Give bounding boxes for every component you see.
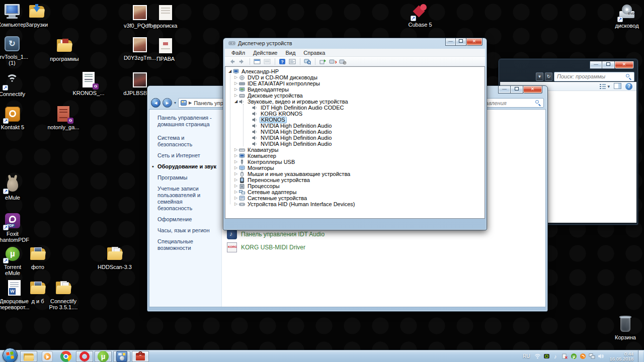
sidebar-item-1[interactable]: Система и безопасность bbox=[157, 135, 217, 148]
help-button[interactable]: ? bbox=[625, 83, 632, 90]
tree-item-label[interactable]: KRONOS bbox=[260, 117, 287, 123]
expand-icon[interactable]: ▷ bbox=[233, 165, 238, 170]
back-button[interactable] bbox=[228, 58, 236, 65]
tree-item-label[interactable]: NVIDIA High Definition Audio bbox=[260, 141, 333, 147]
tree-item-5[interactable]: ◢Звуковые, видео и игровые устройства bbox=[226, 99, 484, 105]
tree-item-label[interactable]: Контроллеры USB bbox=[247, 159, 296, 165]
tree-item-label[interactable]: Мониторы bbox=[247, 165, 275, 171]
tree-item-label[interactable]: Системные устройства bbox=[247, 196, 308, 201]
search-icon[interactable] bbox=[626, 74, 631, 79]
forward-button[interactable] bbox=[238, 58, 247, 65]
desktop-icon-korzina[interactable]: Корзина bbox=[604, 316, 644, 340]
tree-item-label[interactable]: Устройства HID (Human Interface Devices) bbox=[247, 202, 356, 207]
tree-item-8[interactable]: KRONOS bbox=[226, 117, 484, 123]
help-button[interactable]: ? bbox=[278, 58, 287, 65]
uninstall-device-button[interactable]: ✕ bbox=[329, 58, 337, 65]
menu-вид[interactable]: Вид bbox=[282, 49, 299, 56]
expand-icon[interactable]: ▷ bbox=[233, 196, 238, 201]
minimize-button[interactable]: — bbox=[590, 61, 602, 69]
expand-icon[interactable]: ▷ bbox=[233, 202, 238, 207]
tree-item-16[interactable]: ▷Мониторы bbox=[226, 165, 484, 171]
clock[interactable]: 0:44 16.05.2018 bbox=[607, 351, 636, 361]
taskbar-button-opera[interactable] bbox=[76, 351, 93, 362]
minimize-button[interactable]: — bbox=[498, 86, 511, 94]
expand-icon[interactable]: ▷ bbox=[233, 153, 238, 158]
tree-item-11[interactable]: NVIDIA High Definition Audio bbox=[226, 135, 484, 141]
tree-item-label[interactable]: Александр-HP bbox=[240, 69, 280, 74]
tree-item-label[interactable]: Клавиатуры bbox=[247, 147, 279, 153]
console-window-button[interactable] bbox=[253, 58, 262, 65]
sidebar-item-7[interactable]: Часы, язык и регион bbox=[157, 227, 217, 234]
tree-item-18[interactable]: ▷Переносные устройства bbox=[226, 177, 484, 183]
tree-item-label[interactable]: Процессоры bbox=[247, 184, 281, 189]
desktop-icon-connectify-pro[interactable]: ConnectifyPro 3.5.1.... bbox=[42, 280, 85, 310]
desktop-icon-foxit-phantompdf[interactable]: PDF↗FoxitPhantomPDF bbox=[0, 212, 34, 243]
sidebar-item-6[interactable]: Оформление bbox=[157, 216, 217, 223]
refresh-button[interactable]: ↻ bbox=[545, 72, 552, 81]
tree-item-12[interactable]: NVIDIA High Definition Audio bbox=[226, 141, 484, 147]
desktop-icon-programmy[interactable]: программы bbox=[43, 37, 86, 62]
desktop-icon-hddscan[interactable]: HDDScan-3.3 bbox=[94, 245, 136, 270]
link-label[interactable]: KORG USB-MIDI Driver bbox=[241, 244, 305, 251]
tree-item-0[interactable]: ◢Александр-HP bbox=[226, 68, 484, 74]
close-button[interactable]: ✕ bbox=[466, 38, 482, 46]
maximize-button[interactable] bbox=[602, 61, 615, 69]
tray-audio-note-icon[interactable]: ♪ bbox=[552, 353, 559, 360]
menu-справка[interactable]: Справка bbox=[300, 49, 329, 56]
expand-icon[interactable]: ▷ bbox=[233, 93, 238, 98]
tree-item-label[interactable]: Дисковые устройства bbox=[247, 93, 304, 99]
tray-volume-icon[interactable] bbox=[597, 353, 605, 360]
language-indicator[interactable]: RU bbox=[521, 353, 532, 359]
change-view-button[interactable]: ▾ bbox=[599, 83, 610, 89]
desktop-icon-connectify[interactable]: ↗Connectify bbox=[0, 72, 33, 97]
collapse-icon[interactable]: ◢ bbox=[233, 99, 238, 104]
collapse-icon[interactable]: ◢ bbox=[227, 69, 232, 74]
sidebar-item-2[interactable]: Сеть и Интернет bbox=[157, 152, 217, 159]
expand-icon[interactable]: ▷ bbox=[233, 171, 238, 176]
tree-item-label[interactable]: Мыши и иные указывающие устройства bbox=[247, 171, 351, 177]
taskbar-button-wmp[interactable] bbox=[39, 351, 56, 362]
tree-item-4[interactable]: ▷Дисковые устройства bbox=[226, 93, 484, 99]
sidebar-item-5[interactable]: Учетные записи пользователей и семейная … bbox=[157, 186, 217, 212]
desktop-icon-prava[interactable]: ПРАВА bbox=[144, 37, 187, 62]
expand-icon[interactable]: ▷ bbox=[233, 190, 238, 195]
expand-icon[interactable]: ▷ bbox=[233, 75, 238, 80]
menu-действие[interactable]: Действие bbox=[250, 49, 281, 56]
expand-icon[interactable]: ▷ bbox=[233, 147, 238, 152]
tray-device-error-icon[interactable]: ✕ bbox=[561, 353, 569, 360]
tree-item-label[interactable]: IDE ATA/ATAPI контроллеры bbox=[247, 81, 321, 86]
tree-item-14[interactable]: ▷Компьютер bbox=[226, 153, 484, 159]
tree-item-15[interactable]: ▷Контроллеры USB bbox=[226, 159, 484, 165]
tree-item-20[interactable]: ▷Сетевые адаптеры bbox=[226, 189, 484, 195]
desktop-icon-propiska[interactable]: прописка bbox=[144, 4, 187, 29]
tree-item-label[interactable]: Переносные устройства bbox=[247, 177, 311, 183]
tree-item-label[interactable]: Компьютер bbox=[247, 153, 277, 159]
maximize-button[interactable] bbox=[511, 86, 523, 94]
sidebar-item-3[interactable]: Оборудование и звук bbox=[157, 163, 217, 170]
tree-item-13[interactable]: ▷Клавиатуры bbox=[226, 147, 484, 153]
scan-hardware-changes-button[interactable] bbox=[303, 58, 312, 65]
tree-item-label[interactable]: Звуковые, видео и игровые устройства bbox=[247, 99, 349, 105]
show-desktop-button[interactable] bbox=[638, 350, 643, 362]
sidebar-item-0[interactable]: Панель управления - домашняя страница bbox=[157, 115, 217, 128]
desktop-icon-cubase5[interactable]: ↗Cubase 5 bbox=[399, 3, 441, 28]
export-list-button[interactable] bbox=[263, 58, 272, 65]
taskbar-button-utorrent[interactable]: µ bbox=[95, 351, 112, 362]
expand-icon[interactable]: ▷ bbox=[233, 159, 238, 164]
tree-item-label[interactable]: NVIDIA High Definition Audio bbox=[260, 135, 333, 141]
close-button[interactable]: ✕ bbox=[615, 61, 634, 69]
desktop-icon-notonly-ga[interactable]: Gnotonly_ga... bbox=[42, 106, 85, 130]
address-dropdown-button[interactable]: ▾ bbox=[536, 72, 543, 81]
forward-button[interactable]: ► bbox=[163, 98, 172, 108]
back-button[interactable]: ◄ bbox=[151, 98, 160, 108]
control-panel-link-0[interactable]: Панель управления IDT Audio bbox=[227, 229, 325, 239]
nav-history-dropdown[interactable]: ▾ bbox=[174, 101, 176, 105]
tree-item-2[interactable]: ▷IDE ATA/ATAPI контроллеры bbox=[226, 80, 484, 86]
programs-search-box[interactable]: Поиск: программы bbox=[554, 72, 634, 81]
link-label[interactable]: Панель управления IDT Audio bbox=[241, 231, 325, 238]
taskbar-button-explorer[interactable] bbox=[20, 351, 37, 362]
tree-item-21[interactable]: ▷Системные устройства bbox=[226, 195, 484, 201]
tree-item-17[interactable]: ▷Мыши и иные указывающие устройства bbox=[226, 171, 484, 177]
tree-item-3[interactable]: ▷Видеоадаптеры bbox=[226, 86, 484, 93]
properties-button[interactable] bbox=[288, 58, 297, 65]
